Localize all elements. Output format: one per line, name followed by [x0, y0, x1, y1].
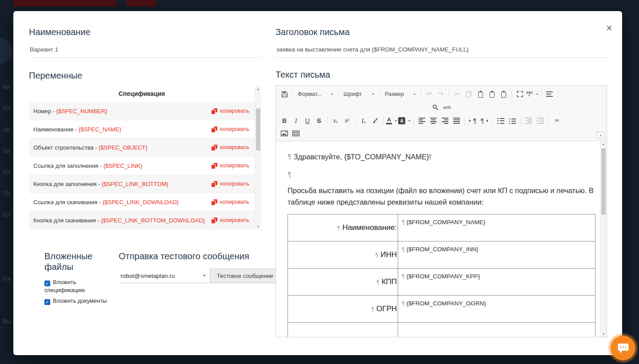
- scroll-down-icon[interactable]: ▼: [255, 224, 261, 229]
- strikethrough-icon[interactable]: S: [314, 115, 324, 126]
- sidebar-fragment: Са: [3, 275, 14, 282]
- sidebar-fragment: Сп: [3, 169, 14, 175]
- copy-button[interactable]: копировать: [212, 162, 249, 169]
- format-combo[interactable]: Формат...: [295, 89, 336, 99]
- sidebar-fragment: Ка: [3, 83, 14, 90]
- table-row: ¶ КПП ¶ {$FROM_COMPANY_KPP}: [288, 269, 595, 296]
- sidebar-fragment: Вы: [3, 318, 14, 324]
- copy-icon: [212, 218, 217, 223]
- pilcrow-mark: ¶: [288, 153, 292, 161]
- copy-icon: [212, 127, 217, 132]
- superscript-icon[interactable]: x²: [342, 115, 352, 126]
- remove-format-icon[interactable]: Ix: [358, 115, 369, 126]
- insert-image-icon[interactable]: [279, 128, 290, 138]
- toolbar-separator: [383, 117, 383, 125]
- size-combo[interactable]: Размер: [382, 89, 419, 99]
- requisite-value: {$FROM_COMPANY_NAME}: [407, 219, 486, 226]
- toolbar-separator: [355, 117, 355, 125]
- requisite-label: ИНН: [380, 250, 397, 259]
- paste-from-word-icon[interactable]: [498, 89, 509, 99]
- insert-table-icon[interactable]: [291, 128, 301, 138]
- variable-label: Ссылка для скачивания -: [33, 199, 101, 206]
- chat-fab[interactable]: [611, 336, 635, 360]
- toolbar-separator: [558, 90, 558, 98]
- editor-toolbar: Формат... Шрифт Размер ↶ ↷ ✂ A: [276, 86, 607, 141]
- align-right-icon[interactable]: [439, 115, 450, 126]
- test-send-section: Отправка тестового сообщения robot@smeta…: [119, 251, 288, 283]
- copy-formatting-icon[interactable]: [370, 115, 380, 126]
- variable-label: Ссылка для заполнения -: [33, 162, 102, 169]
- chevron-down-icon: [331, 94, 333, 96]
- copy-button[interactable]: копировать: [212, 181, 249, 187]
- text-direction-rtl-icon[interactable]: ¶: [479, 115, 490, 126]
- email-select[interactable]: robot@smetaplan.ru: [119, 269, 210, 283]
- sidebar-fragment: За: [3, 126, 14, 133]
- align-center-icon[interactable]: [428, 115, 439, 126]
- variables-scrollbar[interactable]: ▲ ▼: [255, 86, 261, 229]
- show-blocks-icon[interactable]: [544, 89, 555, 99]
- spellcheck-icon[interactable]: ABC✓: [526, 89, 539, 99]
- sidebar-fragment: По: [3, 190, 14, 197]
- scroll-up-icon[interactable]: ▲: [600, 141, 607, 147]
- replace-icon[interactable]: a⇄b: [442, 102, 452, 113]
- scroll-down-icon[interactable]: ▼: [600, 331, 607, 337]
- email-select-value: robot@smetaplan.ru: [120, 273, 175, 279]
- template-name-input[interactable]: [29, 43, 261, 58]
- editor-canvas-wrap: ¶ Здравствуйте, {$TO_COMPANY_NAME}! ¶ Пр…: [276, 141, 607, 337]
- copy-button[interactable]: копировать: [212, 108, 249, 114]
- pilcrow-mark: ¶: [376, 279, 379, 285]
- requisite-label: КПП: [382, 277, 397, 286]
- toolbar-collapse-button[interactable]: ▲: [597, 132, 604, 138]
- close-icon[interactable]: ×: [606, 24, 612, 32]
- variable-token: {$SPEC_NUMBER}: [56, 108, 108, 115]
- italic-icon[interactable]: I: [291, 115, 301, 126]
- copy-label: копировать: [220, 126, 249, 132]
- text-direction-ltr-icon[interactable]: ¶: [467, 115, 478, 126]
- checkbox-label: Вложить документы: [53, 297, 107, 304]
- editor-content[interactable]: ¶ Здравствуйте, {$TO_COMPANY_NAME}! ¶ Пр…: [276, 141, 600, 337]
- paste-plain-text-icon[interactable]: [487, 89, 497, 99]
- scrollbar-thumb[interactable]: [256, 108, 260, 150]
- scrollbar-thumb[interactable]: [601, 148, 606, 215]
- variable-row: Номер - {$SPEC_NUMBER} копировать: [29, 102, 255, 120]
- variable-token: {$SPEC_OBJECT}: [99, 144, 148, 151]
- subject-input[interactable]: [276, 43, 607, 58]
- toolbar-separator: [327, 117, 327, 125]
- paste-icon[interactable]: [475, 89, 486, 99]
- copy-button[interactable]: копировать: [212, 126, 249, 132]
- font-combo[interactable]: Шрифт: [341, 89, 377, 99]
- table-row: ¶ ОГРН ¶ {$FROM_COMPANY_OGRN}: [288, 296, 595, 323]
- test-send-heading: Отправка тестового сообщения: [119, 251, 288, 261]
- chevron-down-icon: [413, 94, 416, 96]
- underline-icon[interactable]: U: [302, 115, 313, 126]
- variable-label: Кнопка для заполнения -: [33, 181, 100, 187]
- bulleted-list-icon[interactable]: [507, 115, 518, 126]
- background-color-icon[interactable]: A: [398, 115, 411, 126]
- background-header-bar-2: [127, 0, 156, 7]
- numbered-list-icon[interactable]: [495, 115, 506, 126]
- find-icon[interactable]: [430, 102, 441, 113]
- pilcrow-mark: ¶: [288, 170, 292, 178]
- attach-spec-checkbox[interactable]: ✓Вложить спецификацию: [44, 278, 101, 294]
- toolbar-separator: [548, 117, 549, 125]
- maximize-icon[interactable]: [515, 89, 525, 99]
- copy-icon: [212, 145, 217, 150]
- bold-icon[interactable]: B: [279, 115, 290, 126]
- text-color-icon[interactable]: A: [386, 115, 397, 126]
- save-icon[interactable]: [279, 89, 290, 99]
- subscript-icon[interactable]: x₂: [330, 115, 341, 126]
- copy-button[interactable]: копировать: [212, 217, 249, 223]
- editor-scrollbar[interactable]: ▲ ▼: [600, 141, 607, 337]
- requisites-table: ¶ Наименование: ¶ {$FROM_COMPANY_NAME} ¶…: [288, 214, 595, 337]
- align-justify-icon[interactable]: [451, 115, 462, 126]
- attach-docs-checkbox[interactable]: ✓Вложить документы: [44, 297, 111, 305]
- variable-label: Номер -: [33, 108, 55, 115]
- copy-button[interactable]: копировать: [212, 144, 249, 150]
- test-message-button[interactable]: Тестовое сообщение: [210, 269, 280, 283]
- copy-button[interactable]: копировать: [212, 199, 249, 205]
- blockquote-icon[interactable]: ”: [551, 115, 562, 126]
- align-left-icon[interactable]: [416, 115, 427, 126]
- variable-text: Номер - {$SPEC_NUMBER}: [33, 108, 107, 115]
- font-combo-label: Шрифт: [343, 91, 362, 97]
- scroll-up-icon[interactable]: ▲: [255, 86, 261, 92]
